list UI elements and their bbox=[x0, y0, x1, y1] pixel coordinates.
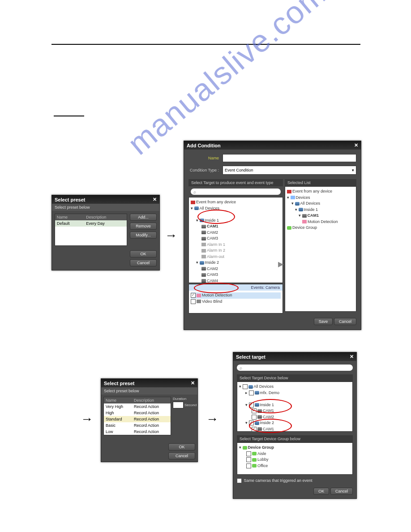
target-group-header: Select Target Device Group below bbox=[237, 435, 353, 442]
col-name: Name bbox=[104, 397, 132, 403]
left-panel-header: Select Target to produce event and event… bbox=[188, 179, 283, 186]
modify-button[interactable]: Modify... bbox=[130, 232, 157, 239]
name-label: Name bbox=[188, 156, 219, 160]
sel-item-inside1[interactable]: ▾ Inside 1 bbox=[287, 207, 354, 213]
search-icon: ⌕ bbox=[240, 365, 242, 370]
save-button[interactable]: Save bbox=[314, 318, 333, 325]
underline-bar bbox=[54, 116, 84, 116]
dialog4-title: Select target bbox=[236, 354, 265, 360]
same-camera-label: Same cameras that triggered an event bbox=[244, 478, 313, 483]
tree-item-cam4[interactable]: CAM4 bbox=[191, 278, 281, 283]
condition-type-value: Event Condition bbox=[225, 168, 253, 172]
close-icon[interactable]: ✕ bbox=[350, 354, 354, 360]
dialog3-title: Select preset bbox=[104, 381, 134, 386]
group-item-root[interactable]: ▾ Device Group bbox=[239, 445, 351, 451]
arrow-icon: → bbox=[81, 412, 93, 426]
cancel-button[interactable]: Cancel bbox=[334, 318, 356, 325]
dialog3-subtitle: Select preset below bbox=[101, 387, 197, 395]
ok-button[interactable]: OK bbox=[168, 443, 195, 450]
tree-item-cam2[interactable]: CAM2 bbox=[191, 230, 281, 236]
tree-item-ain1[interactable]: Alarm In 1 bbox=[191, 242, 281, 248]
sel-item-group[interactable]: Device Group bbox=[287, 225, 354, 231]
cancel-button[interactable]: Cancel bbox=[168, 452, 195, 459]
group-item-g3[interactable]: Office bbox=[239, 463, 351, 469]
cancel-button[interactable]: Cancel bbox=[330, 488, 353, 495]
row-name[interactable]: Low bbox=[104, 429, 132, 435]
page-divider bbox=[51, 44, 360, 45]
close-icon[interactable]: ✕ bbox=[191, 380, 195, 386]
tree-item-cam3[interactable]: CAM3 bbox=[191, 236, 281, 242]
tree-item-cam2b[interactable]: CAM2 bbox=[191, 266, 281, 272]
row-desc: Record Action bbox=[132, 410, 171, 416]
dur-unit: Second bbox=[184, 403, 197, 407]
tree-item-inside1[interactable]: ▾ Inside 1 bbox=[191, 218, 281, 224]
row-name[interactable]: Very High bbox=[104, 403, 132, 410]
dialog-add-condition: Add Condition ✕ Name Condition Type : Ev… bbox=[184, 141, 361, 330]
dialog-select-target: Select target ✕ ⌕ Select Target Device b… bbox=[233, 352, 357, 499]
col-dur: Duration bbox=[173, 397, 195, 401]
tree-item-cam1[interactable]: CAM1 bbox=[191, 223, 281, 230]
event-section-header: Events: Camera bbox=[189, 284, 283, 291]
tree-item-ms[interactable]: ▸ mfx. Demo bbox=[239, 390, 351, 396]
col-desc: Description bbox=[84, 214, 127, 220]
remove-button[interactable]: Remove bbox=[130, 223, 157, 230]
group-item-g2[interactable]: Lobby bbox=[239, 457, 351, 463]
arrow-icon: → bbox=[165, 228, 177, 243]
sel-item-cam1[interactable]: ▾ CAM1 bbox=[287, 213, 354, 219]
sel-item-motion[interactable]: Motion Detection bbox=[287, 219, 354, 225]
transfer-arrow-icon[interactable]: ▶ bbox=[278, 260, 283, 268]
tree-item-inside2[interactable]: ▾ Inside 2 bbox=[239, 420, 351, 426]
ok-button[interactable]: OK bbox=[130, 250, 157, 257]
tree-item-cam2[interactable]: CAM2 bbox=[239, 414, 351, 420]
row-desc: Record Action bbox=[132, 416, 171, 422]
condition-type-label: Condition Type : bbox=[188, 168, 219, 172]
row-name[interactable]: Standard bbox=[104, 416, 132, 422]
tree-item-motion[interactable]: Motion Detection bbox=[191, 292, 281, 299]
tree-item-all[interactable]: ▾ All Devices bbox=[191, 206, 281, 212]
dialog-select-preset-2: Select preset ✕ Select preset below Name… bbox=[101, 378, 198, 462]
arrow-icon: → bbox=[206, 412, 218, 426]
col-name: Name bbox=[55, 214, 84, 220]
tree-item-any[interactable]: Event from any device bbox=[191, 199, 281, 206]
duration-input[interactable] bbox=[173, 402, 184, 408]
tree-item-inside2[interactable]: ▾ Inside 2 bbox=[191, 260, 281, 266]
row-desc: Record Action bbox=[132, 403, 171, 410]
cancel-button[interactable]: Cancel bbox=[130, 259, 157, 266]
sel-item-all[interactable]: ▾ All Devices bbox=[287, 201, 354, 207]
close-icon[interactable]: ✕ bbox=[153, 197, 157, 202]
row-name[interactable]: Default bbox=[55, 220, 84, 227]
same-camera-checkbox[interactable] bbox=[237, 478, 242, 483]
target-device-header: Select Target Device below bbox=[237, 374, 353, 382]
close-icon[interactable]: ✕ bbox=[354, 142, 358, 148]
tree-item-all[interactable]: ▾ All Devices bbox=[239, 384, 351, 390]
row-name[interactable]: Basic bbox=[104, 422, 132, 429]
ok-button[interactable]: OK bbox=[313, 488, 329, 495]
search-input[interactable]: ⌕ bbox=[237, 365, 353, 371]
dialog1-subtitle: Select preset below bbox=[52, 204, 159, 211]
tree-item-cam1[interactable]: CAM1 bbox=[239, 408, 351, 414]
watermark-text: manualslive.com bbox=[121, 0, 333, 162]
search-input[interactable]: ⌕ bbox=[191, 189, 281, 195]
row-desc: Record Action bbox=[132, 429, 171, 435]
col-desc: Description bbox=[132, 397, 171, 403]
tree-item-blind[interactable]: Video Blind bbox=[191, 299, 281, 305]
dialog2-title: Add Condition bbox=[187, 143, 221, 148]
tree-item-cam1b[interactable]: CAM1 bbox=[239, 426, 351, 433]
group-item-g1[interactable]: Aisle bbox=[239, 451, 351, 457]
chevron-down-icon: ▾ bbox=[352, 168, 354, 172]
search-icon: ⌕ bbox=[193, 189, 196, 194]
right-panel-header: Selected List bbox=[285, 179, 356, 186]
sel-item-devices[interactable]: ▾ Devices bbox=[287, 195, 354, 201]
tree-item-ain2[interactable]: Alarm In 2 bbox=[191, 248, 281, 254]
tree-item-inside1[interactable]: ▾ Inside 1 bbox=[239, 402, 351, 408]
row-name[interactable]: High bbox=[104, 410, 132, 416]
dialog-select-preset-1: Select preset ✕ Select preset below Name… bbox=[51, 195, 160, 270]
add-button[interactable]: Add... bbox=[130, 214, 157, 221]
sel-item-any[interactable]: Event from any device bbox=[287, 189, 354, 195]
row-desc: Every Day bbox=[84, 220, 127, 227]
tree-item-aout[interactable]: Alarm-out bbox=[191, 254, 281, 260]
condition-type-select[interactable]: Event Condition ▾ bbox=[223, 166, 356, 175]
tree-item-cam3b[interactable]: CAM3 bbox=[191, 272, 281, 278]
dialog1-title: Select preset bbox=[55, 197, 85, 202]
name-input[interactable] bbox=[223, 154, 356, 162]
